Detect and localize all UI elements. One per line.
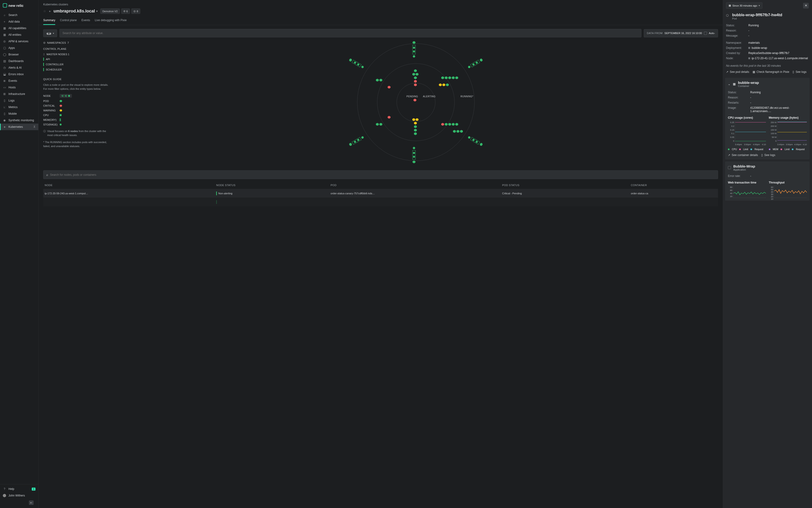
nav-kubernetes[interactable]: ⎈Kubernetes⊼ <box>0 124 38 130</box>
nav-help[interactable]: ?Help1 <box>0 486 38 492</box>
nav-errors[interactable]: ⬓Errors inbox <box>0 71 38 78</box>
node-lr-pods[interactable] <box>441 123 458 126</box>
nav-collapse[interactable]: ⇤ <box>0 499 38 507</box>
search-icon: ⌕ <box>3 13 6 17</box>
nav-metrics[interactable]: ⟀Metrics <box>0 104 38 111</box>
nav-apps[interactable]: ▢Apps <box>0 45 38 51</box>
pending-pod[interactable] <box>414 99 416 101</box>
label-alerting: ALERTING <box>423 95 436 98</box>
node-ur-pods2[interactable] <box>439 83 449 86</box>
namespaces-header[interactable]: ◎ NAMESPACES 7 <box>43 41 109 44</box>
node-search-input[interactable] <box>50 173 715 176</box>
node-ul-pods2[interactable] <box>388 86 390 89</box>
node-ul-pods[interactable] <box>376 79 382 82</box>
auto-checkbox[interactable] <box>704 32 707 35</box>
nav-browser[interactable]: ◯Browser <box>0 51 38 58</box>
th-node[interactable]: NODE <box>45 184 216 186</box>
cp-api[interactable]: API <box>43 57 109 61</box>
master-nodes-row[interactable]: ▯MASTER NODES 1 <box>43 53 109 56</box>
node-top-pods[interactable] <box>412 69 419 86</box>
node-cluster-ur[interactable] <box>467 58 483 69</box>
close-button[interactable]: ✕ <box>803 3 809 8</box>
pin-icon[interactable]: ⊼ <box>33 125 36 129</box>
app-checkbox[interactable] <box>728 166 731 169</box>
see-logs-container[interactable]: ▯See logs <box>761 154 775 157</box>
see-logs-pod[interactable]: ▯See logs <box>793 70 807 74</box>
legend-warning[interactable]: WARNING <box>43 109 109 112</box>
logo[interactable]: new relic <box>0 0 38 11</box>
node-cluster-ll[interactable] <box>348 135 365 146</box>
nav-synthetic[interactable]: ◉Synthetic monitoring <box>0 117 38 124</box>
search-icon: ⌕ <box>46 173 48 176</box>
legend-critical[interactable]: CRITICAL <box>43 104 109 107</box>
nav-user[interactable]: John Withers <box>0 492 38 499</box>
nav-logs[interactable]: ▯Logs <box>0 97 38 104</box>
cp-scheduler[interactable]: SCHEDULER <box>43 68 109 71</box>
radar-viz[interactable]: 🔔Ma PENDING ALERTING RUNNING* <box>114 41 718 163</box>
node-cluster-bottom[interactable] <box>412 147 416 163</box>
mem-chart[interactable]: Memory usage (bytes) 250 M200 M150 M100 … <box>769 116 807 146</box>
status-bar <box>43 57 44 61</box>
attribute-search-input[interactable] <box>59 29 641 37</box>
node-bottom-pods[interactable] <box>412 118 419 135</box>
star-icon[interactable]: ☆ <box>43 9 46 13</box>
legend-sto[interactable]: STO(RAGE) <box>43 123 109 126</box>
table-row[interactable] <box>43 198 718 207</box>
container-charts: CPU usage (cores) 0.250.20.150.10.050 3:… <box>728 116 807 146</box>
layout-icon: ▤ <box>3 59 6 63</box>
nav-add-data[interactable]: ＋Add data <box>0 18 38 25</box>
nav-search[interactable]: ⌕Search <box>0 12 38 18</box>
entity-count-pill[interactable]: ◎8 <box>131 8 140 14</box>
nav-mobile[interactable]: ▯Mobile <box>0 111 38 117</box>
node-cluster-lr[interactable] <box>467 135 483 146</box>
tag-group: Demotron V2 ⊘6 ◎8 <box>100 8 140 14</box>
node-ll-pods2[interactable] <box>388 116 390 119</box>
check-flamegraph[interactable]: ▦Check flamegraph in Pixie <box>753 70 789 74</box>
th-container[interactable]: CONTAINER <box>631 184 717 186</box>
app-header[interactable]: Bubble-Wrap Application <box>728 164 807 171</box>
th-pod[interactable]: POD <box>331 184 502 186</box>
nav-apm[interactable]: ◎APM & services <box>0 38 38 45</box>
cell-pod-status: Critical - Pending <box>502 192 631 195</box>
nav-events[interactable]: ≣Events <box>0 78 38 84</box>
nav-all-capabilities[interactable]: ▦All capabilities <box>0 25 38 32</box>
see-container-details[interactable]: ↗See container details <box>728 154 758 157</box>
th-pod-status[interactable]: POD STATUS <box>502 184 631 186</box>
legend-mem[interactable]: MEM(ORY) <box>43 118 109 121</box>
nav-dashboards[interactable]: ▤Dashboards <box>0 58 38 65</box>
node-ll-pods[interactable] <box>376 123 382 126</box>
breadcrumb[interactable]: Kubernetes clusters <box>39 0 723 6</box>
legend-cpu[interactable]: CPU <box>43 114 109 117</box>
node-lr-pods2[interactable] <box>453 130 463 133</box>
throughput-chart[interactable]: Throughput 605040302010 <box>769 181 807 198</box>
filter-button[interactable]: ⫹⫺▾ <box>43 29 57 37</box>
tab-control-plane[interactable]: Control plane <box>60 16 77 25</box>
inbox-icon: ⬓ <box>3 73 6 76</box>
web-time-chart[interactable]: Web transaction time 80604020 <box>728 181 766 198</box>
tab-events[interactable]: Events <box>82 16 90 25</box>
tab-summary[interactable]: Summary <box>43 16 55 25</box>
th-node-status[interactable]: NODE STATUS <box>216 184 331 186</box>
table-row[interactable]: ip-172-20-59-243.us-west-1.comput… Non-a… <box>43 189 718 198</box>
nav-infrastructure[interactable]: ⊞Infrastructure <box>0 91 38 97</box>
label-pill[interactable]: Demotron V2 <box>100 8 120 14</box>
cell-node-status: Non-alerting <box>216 192 331 195</box>
cpu-chart[interactable]: CPU usage (cores) 0.250.20.150.10.050 3:… <box>728 116 766 146</box>
nav-hosts[interactable]: ▭Hosts <box>0 84 38 91</box>
file-icon: ▯ <box>3 99 6 102</box>
legend-node[interactable]: NODE <box>43 94 109 98</box>
tab-pixie[interactable]: Live debugging with Pixie <box>95 16 126 25</box>
node-cluster-ul[interactable] <box>348 58 365 69</box>
node-cluster-top[interactable] <box>412 41 416 57</box>
tag-count-pill[interactable]: ⊘6 <box>121 8 130 14</box>
time-picker[interactable]: ▦ Since 30 minutes ago ▾ <box>726 2 762 9</box>
node-ur-pods[interactable] <box>441 76 458 79</box>
page-title[interactable]: umbraprod.k8s.local ▾ <box>53 9 97 14</box>
calendar-icon: ▦ <box>729 4 731 7</box>
nav-alerts[interactable]: ◷Alerts & AI <box>0 65 38 71</box>
see-pod-details[interactable]: ↗See pod details <box>726 70 749 74</box>
nav-all-entities[interactable]: ▦All entities <box>0 32 38 38</box>
container-header[interactable]: ⌄ ▦ bubble-wrap Container <box>728 81 807 87</box>
cp-controller[interactable]: CONTROLLER <box>43 63 109 66</box>
legend-pod[interactable]: POD <box>43 100 109 102</box>
